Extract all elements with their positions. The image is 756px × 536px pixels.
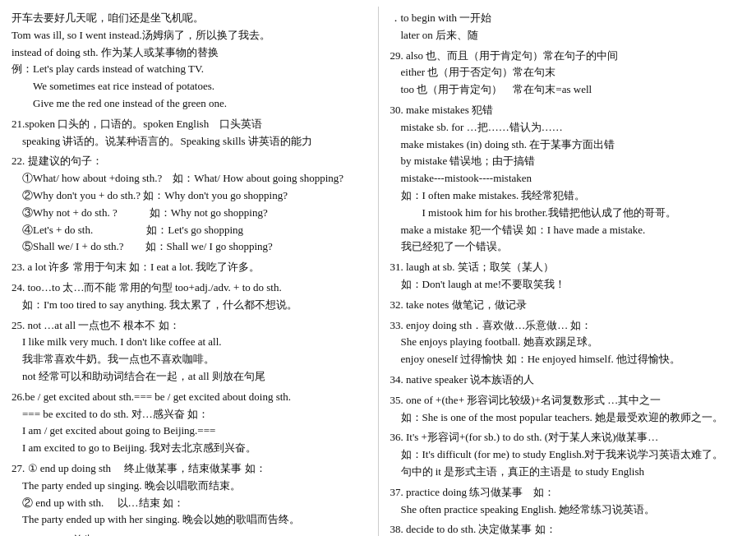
content-line: by mistake 错误地；由于搞错 — [390, 153, 745, 170]
entry-block: 33. enjoy doing sth．喜欢做…乐意做… 如： She enjo… — [390, 317, 745, 368]
content-line: Tom was ill, so I went instead.汤姆病了，所以换了… — [12, 27, 366, 44]
entry-block: 30. make mistakes 犯错 mistake sb. for …把…… — [390, 102, 745, 256]
content-line: 36. It's +形容词+(for sb.) to do sth. (对于某人… — [390, 429, 745, 446]
entry-block: 21.spoken 口头的，口语的。spoken English 口头英语 sp… — [12, 116, 366, 150]
page-container: 开车去要好几天呢，咱们还是坐飞机呢。Tom was ill, so I went… — [0, 0, 756, 536]
content-line: ④Let's + do sth. 如：Let's go shopping — [12, 222, 366, 239]
content-line: === be excited to do sth. 对…感兴奋 如： — [12, 406, 366, 423]
entry-block: 36. It's +形容词+(for sb.) to do sth. (对于某人… — [390, 429, 745, 480]
content-line: 34. native speaker 说本族语的人 — [390, 372, 745, 389]
entry-block: 31. laugh at sb. 笑话；取笑（某人） 如：Don't laugh… — [390, 259, 745, 293]
content-line: 37. practice doing 练习做某事 如： — [390, 484, 745, 501]
content-line: 27. ① end up doing sth 终止做某事，结束做某事 如： — [12, 460, 366, 478]
entry-block: 23. a lot 许多 常用于句末 如：I eat a lot. 我吃了许多。 — [12, 259, 366, 276]
content-line: 如：Don't laugh at me!不要取笑我！ — [390, 276, 745, 293]
content-line: I am / get excited about going to Beijin… — [12, 423, 366, 440]
entry-block: 28. first of all 首先 — [12, 532, 366, 536]
content-line: ③Why not + do sth. ? 如：Why not go shoppi… — [12, 205, 366, 222]
content-line: Give me the red one instead of the green… — [12, 95, 366, 113]
entry-block: 32. take notes 做笔记，做记录 — [390, 297, 745, 314]
entry-block: 35. one of +(the+ 形容词比较级)+名词复数形式 …其中之一 如… — [390, 392, 745, 427]
content-line: 例：Let's play cards instead of watching T… — [12, 61, 366, 78]
content-line: 23. a lot 许多 常用于句末 如：I eat a lot. 我吃了许多。 — [12, 259, 366, 276]
content-line: 38. decide to do sth. 决定做某事 如： — [390, 521, 745, 536]
content-line: speaking 讲话的。说某种语言的。Speaking skills 讲英语的… — [12, 133, 366, 150]
content-line: 35. one of +(the+ 形容词比较级)+名词复数形式 …其中之一 — [390, 392, 745, 409]
content-line: 我已经犯了一个错误。 — [390, 238, 745, 256]
entry-block: 22. 提建议的句子： ①What/ how about +doing sth.… — [12, 153, 366, 256]
content-line: She enjoys playing football. 她喜欢踢足球。 — [390, 334, 745, 351]
content-line: ② end up with sth. 以…结束 如： — [12, 495, 366, 512]
content-line: 29. also 也、而且（用于肯定句）常在句子的中间 — [390, 48, 745, 65]
content-line: make mistakes (in) doing sth. 在于某事方面出错 — [390, 136, 745, 154]
content-line: ⑤Shall we/ I + do sth.? 如：Shall we/ I go… — [12, 238, 366, 256]
content-line: She often practice speaking English. 她经常… — [390, 501, 745, 519]
content-line: enjoy oneself 过得愉快 如：He enjoyed himself.… — [390, 351, 745, 368]
content-line: 25. not …at all 一点也不 根本不 如： — [12, 317, 366, 335]
left-column: 开车去要好几天呢，咱们还是坐飞机呢。Tom was ill, so I went… — [0, 7, 379, 536]
content-line: I mistook him for his brother.我错把他认成了他的哥… — [390, 205, 745, 222]
entry-block: 26.be / get excited about sth.=== be / g… — [12, 389, 366, 457]
content-line: later on 后来、随 — [390, 27, 745, 44]
entry-block: 25. not …at all 一点也不 根本不 如： I like milk … — [12, 317, 366, 386]
content-line: 如：It's difficult (for me) to study Engli… — [390, 446, 745, 464]
content-line: 24. too…to 太…而不能 常用的句型 too+adj./adv. + t… — [12, 280, 366, 297]
content-line: 如：She is one of the most popular teacher… — [390, 409, 745, 427]
content-line: 句中的 it 是形式主语，真正的主语是 to study English — [390, 464, 745, 481]
content-line: not 经常可以和助动词结合在一起，at all 则放在句尾 — [12, 368, 366, 386]
entry-block: ．to begin with 一开始 later on 后来、随 — [390, 10, 745, 44]
content-line: either 也（用于否定句）常在句末 — [390, 64, 745, 81]
content-line: 如：I'm too tired to say anything. 我太累了，什么… — [12, 297, 366, 314]
content-line: I am excited to go to Beijing. 我对去北京感到兴奋… — [12, 440, 366, 457]
entry-block: 34. native speaker 说本族语的人 — [390, 372, 745, 389]
content-line: 22. 提建议的句子： — [12, 153, 366, 170]
content-line: 32. take notes 做笔记，做记录 — [390, 297, 745, 314]
content-line: mistake---mistook----mistaken — [390, 170, 745, 187]
right-column: ．to begin with 一开始 later on 后来、随29. also… — [379, 7, 757, 536]
content-line: 31. laugh at sb. 笑话；取笑（某人） — [390, 259, 745, 276]
content-line: too 也（用于肯定句） 常在句末=as well — [390, 81, 745, 99]
content-line: The party ended up singing. 晚会以唱歌而结束。 — [12, 478, 366, 495]
content-line: 我非常喜欢牛奶。我一点也不喜欢咖啡。 — [12, 351, 366, 368]
entry-block: 38. decide to do sth. 决定做某事 如： LiLei has… — [390, 521, 745, 536]
content-line: ．to begin with 一开始 — [390, 10, 745, 27]
entry-block: 24. too…to 太…而不能 常用的句型 too+adj./adv. + t… — [12, 280, 366, 314]
entry-block: 29. also 也、而且（用于肯定句）常在句子的中间 either 也（用于否… — [390, 48, 745, 99]
content-line: 21.spoken 口头的，口语的。spoken English 口头英语 — [12, 116, 366, 133]
entry-block: 开车去要好几天呢，咱们还是坐飞机呢。Tom was ill, so I went… — [12, 10, 366, 113]
content-line: ②Why don't you + do sth.? 如：Why don't yo… — [12, 187, 366, 205]
content-line: instead of doing sth. 作为某人或某事物的替换 — [12, 44, 366, 62]
content-line: 26.be / get excited about sth.=== be / g… — [12, 389, 366, 406]
content-line: I like milk very much. I don't like coff… — [12, 334, 366, 351]
content-line: We sometimes eat rice instead of potatoe… — [12, 78, 366, 95]
content-line: The party ended up with her singing. 晚会以… — [12, 511, 366, 529]
content-line: make a mistake 犯一个错误 如：I have made a mis… — [390, 222, 745, 239]
content-line: 如：I often make mistakes. 我经常犯错。 — [390, 187, 745, 205]
content-line: 28. first of all 首先 — [12, 532, 366, 536]
content-line: 33. enjoy doing sth．喜欢做…乐意做… 如： — [390, 317, 745, 335]
content-line: mistake sb. for …把……错认为…… — [390, 119, 745, 136]
entry-block: 37. practice doing 练习做某事 如： She often pr… — [390, 484, 745, 519]
content-line: 开车去要好几天呢，咱们还是坐飞机呢。 — [12, 10, 366, 27]
entry-block: 27. ① end up doing sth 终止做某事，结束做某事 如： Th… — [12, 460, 366, 529]
content-line: 30. make mistakes 犯错 — [390, 102, 745, 119]
content-line: ①What/ how about +doing sth.? 如：What/ Ho… — [12, 170, 366, 187]
